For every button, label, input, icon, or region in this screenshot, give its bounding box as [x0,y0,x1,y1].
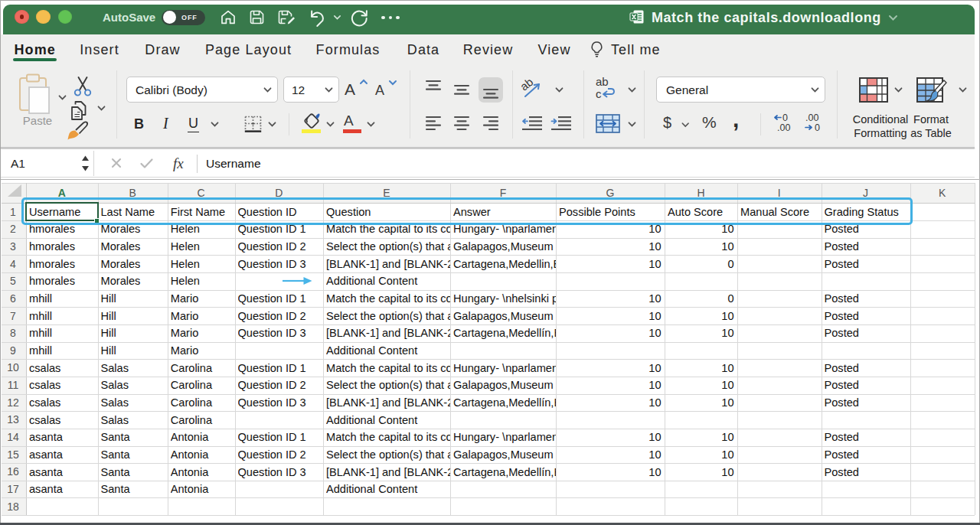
svg-text:0: 0 [782,112,788,123]
svg-text:.00: .00 [777,122,790,133]
svg-text:ab: ab [596,75,609,88]
svg-text:.00: .00 [805,112,818,123]
svg-text:0: 0 [815,122,820,133]
svg-text:c: c [596,87,602,100]
